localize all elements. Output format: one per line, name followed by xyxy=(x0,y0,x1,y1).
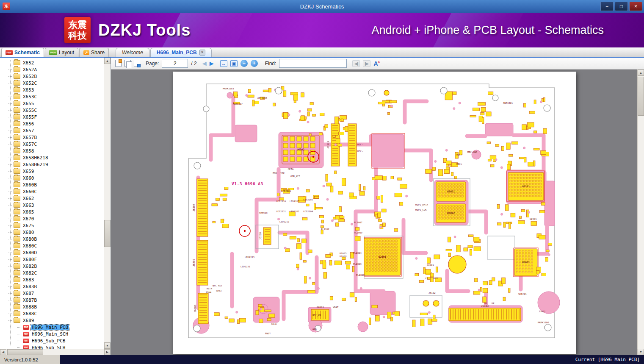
tree-folder-x663[interactable]: X663 xyxy=(0,202,104,208)
tree-folder-x652c[interactable]: X652C xyxy=(0,80,104,86)
scroll-down-arrow[interactable]: ▼ xyxy=(104,342,111,349)
tree-folder-x655c[interactable]: X655C xyxy=(0,107,104,114)
fit-width-icon[interactable]: ↔ xyxy=(220,60,227,67)
find-input[interactable] xyxy=(279,59,347,68)
find-next-icon[interactable]: ▶ xyxy=(363,60,370,67)
tree-folder-x683b[interactable]: X683B xyxy=(0,283,104,290)
sidebar-scrollbar[interactable]: ▲ ▼ xyxy=(104,58,111,349)
tab-share[interactable]: ↗Share xyxy=(79,48,109,57)
tree-folder-x655f[interactable]: X655F xyxy=(0,114,104,120)
fit-page-icon[interactable]: ▣ xyxy=(230,60,238,67)
pcb-canvas[interactable]: J6304J6205J6106J6303J6103J2001J6208U2001… xyxy=(173,72,576,354)
tree-folder-x680c[interactable]: X680C xyxy=(0,242,104,249)
tab-schematic[interactable]: PDFSchematic xyxy=(1,48,44,57)
tree-folder-x652[interactable]: X652 xyxy=(0,59,104,66)
tree-folder-x680[interactable]: X680 xyxy=(0,229,104,236)
zoom-out-icon[interactable]: − xyxy=(240,60,248,67)
tree-folder-x657b[interactable]: X657B xyxy=(0,134,104,141)
folder-icon xyxy=(14,182,20,187)
tab-layout[interactable]: PADSLayout xyxy=(45,48,78,57)
tree-folder-x689[interactable]: X689 xyxy=(0,317,104,324)
continuous-pages-icon[interactable] xyxy=(134,60,140,67)
tree-file-h696_main_sch[interactable]: PDFH696_Main_SCH xyxy=(0,331,104,337)
doc-tab-welcome[interactable]: Welcome xyxy=(116,48,149,57)
sidebar-hscrollbar[interactable]: ◀ ▶ xyxy=(0,349,111,355)
scroll-track[interactable] xyxy=(638,76,644,349)
folder-icon xyxy=(14,236,20,242)
tree-folder-x680f[interactable]: X680F xyxy=(0,256,104,263)
scroll-left-arrow[interactable]: ◀ xyxy=(0,349,6,355)
svg-text:LED2209: LED2209 xyxy=(281,190,291,192)
tree-folder-x660[interactable]: X660 xyxy=(0,175,104,181)
find-previous-icon[interactable]: ◀ xyxy=(352,60,360,67)
tree-folder-x687b[interactable]: X687B xyxy=(0,297,104,303)
zoom-in-icon[interactable]: + xyxy=(251,60,258,67)
maximize-button[interactable]: □ xyxy=(615,2,628,11)
tree-folder-x652b[interactable]: X652B xyxy=(0,73,104,80)
banner-streak xyxy=(0,13,47,47)
tree-folder-x660b[interactable]: X660B xyxy=(0,181,104,188)
tree-folder-x658[interactable]: X658 xyxy=(0,147,104,154)
tab-close-icon[interactable]: × xyxy=(199,50,205,56)
minimize-button[interactable]: − xyxy=(600,2,614,11)
tree-folder-x653[interactable]: X653 xyxy=(0,86,104,93)
doc-tab-h696_main_pcb[interactable]: H696_Main_PCB× xyxy=(150,48,212,57)
scroll-up-arrow[interactable]: ▲ xyxy=(638,69,644,76)
tree-item-label: X653 xyxy=(22,87,35,93)
tree-folder-x682b[interactable]: X682B xyxy=(0,263,104,270)
scroll-thumb[interactable] xyxy=(104,220,111,247)
scroll-track[interactable] xyxy=(6,349,104,355)
tree-folder-x652a[interactable]: X652A xyxy=(0,66,104,73)
tree-folder-x662[interactable]: X662 xyxy=(0,195,104,202)
tree-folder-x688c[interactable]: X688C xyxy=(0,310,104,317)
tree-file-h696_sub_pcb[interactable]: PDFH696_Sub_PCB xyxy=(0,337,104,344)
tree-folder-x688b[interactable]: X688B xyxy=(0,303,104,310)
next-page-icon[interactable]: ▶ xyxy=(210,61,214,66)
single-page-icon[interactable] xyxy=(115,60,122,67)
tree-file-h696_sub_sch[interactable]: PDFH696_Sub_SCH xyxy=(0,344,104,349)
tree-folder-x682c[interactable]: X682C xyxy=(0,270,104,276)
tree-folder-x658h6218[interactable]: X658H6218 xyxy=(0,154,104,161)
tree-guide-line xyxy=(10,60,11,345)
tree-folder-x653c[interactable]: X653C xyxy=(0,93,104,100)
tree-folder-x655[interactable]: X655 xyxy=(0,100,104,107)
facing-pages-icon[interactable] xyxy=(124,60,131,67)
page-total-label: / 2 xyxy=(191,61,196,67)
scroll-up-arrow[interactable]: ▲ xyxy=(104,58,111,64)
folder-icon xyxy=(14,270,20,275)
tree-folder-x680b[interactable]: X680B xyxy=(0,236,104,242)
tree-folder-x680d[interactable]: X680D xyxy=(0,249,104,256)
window-controls: − □ × xyxy=(600,2,642,11)
scroll-thumb[interactable] xyxy=(638,77,644,116)
svg-text:ANT5007: ANT5007 xyxy=(233,103,243,105)
tree-folder-x670[interactable]: X670 xyxy=(0,215,104,222)
svg-text:LED2210: LED2210 xyxy=(276,200,286,203)
close-button[interactable]: × xyxy=(629,2,642,11)
tree-folder-x683[interactable]: X683 xyxy=(0,276,104,283)
pdf-page[interactable]: J6304J6205J6106J6303J6103J2001J6208U2001… xyxy=(173,72,576,354)
previous-page-icon[interactable]: ◀ xyxy=(202,61,207,66)
pdf-viewer[interactable]: J6304J6205J6106J6303J6103J2001J6208U2001… xyxy=(111,69,637,355)
text-size-icon[interactable]: Aa xyxy=(373,60,380,67)
page-number-input[interactable] xyxy=(162,59,188,68)
tree-folder-x657[interactable]: X657 xyxy=(0,127,104,134)
doc-tab-label: Welcome xyxy=(122,50,143,56)
svg-text:LED2203: LED2203 xyxy=(290,200,299,203)
tree-folder-x660c[interactable]: X660C xyxy=(0,188,104,195)
tree-folder-x665[interactable]: X665 xyxy=(0,208,104,215)
scroll-right-arrow[interactable]: ▶ xyxy=(104,349,111,355)
tree-folder-x659[interactable]: X659 xyxy=(0,168,104,175)
viewer-scrollbar[interactable]: ▲ ▼ xyxy=(637,69,644,355)
svg-text:LED2231: LED2231 xyxy=(240,265,250,268)
svg-text:LED2213: LED2213 xyxy=(245,256,254,258)
tree-file-h696_main_pcb[interactable]: PDFH696_Main_PCB xyxy=(0,324,104,331)
tree-folder-x675[interactable]: X675 xyxy=(0,222,104,229)
scroll-down-arrow[interactable]: ▼ xyxy=(638,349,644,355)
tree-folder-x687[interactable]: X687 xyxy=(0,290,104,297)
scroll-track[interactable] xyxy=(104,64,111,342)
scroll-thumb[interactable] xyxy=(7,349,43,355)
tree-folder-x656[interactable]: X656 xyxy=(0,120,104,127)
folder-icon xyxy=(14,297,20,303)
tree-folder-x658h6219[interactable]: X658H6219 xyxy=(0,161,104,168)
tree-folder-x657c[interactable]: X657C xyxy=(0,141,104,147)
